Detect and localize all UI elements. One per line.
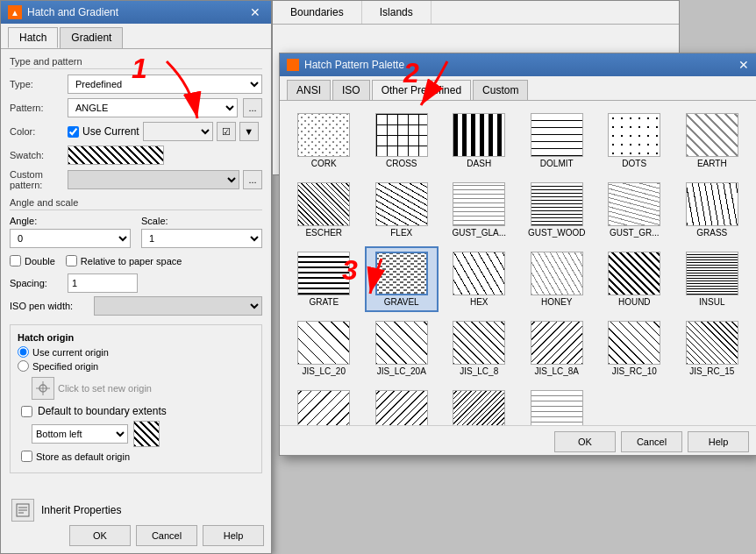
palette-dialog: Hatch Pattern Palette ✕ ANSI ISO Other P… — [279, 53, 756, 456]
pattern-name-cork: CORK — [311, 159, 337, 168]
pattern-item-jis_lc_8a[interactable]: JIS_LC_8A — [520, 316, 595, 381]
pattern-thumb-next2 — [375, 390, 428, 425]
main-help-button[interactable]: Help — [203, 525, 264, 546]
angle-select[interactable]: 0 — [10, 229, 131, 248]
pattern-thumb-hound — [608, 252, 660, 295]
use-current-origin-radio[interactable] — [18, 346, 29, 358]
main-content: Type and pattern Type: Predefined Patter… — [1, 49, 271, 480]
iso-pen-select[interactable] — [94, 296, 262, 316]
pattern-name-dash: DASH — [467, 159, 491, 168]
pattern-item-hound[interactable]: HOUND — [597, 246, 672, 312]
tab-hatch[interactable]: Hatch — [8, 27, 58, 48]
pattern-name-grass: GRASS — [696, 228, 727, 238]
pattern-item-gust_wood[interactable]: GUST_WOOD — [520, 177, 595, 243]
pattern-name-jis_lc_20a: JIS_LC_20A — [377, 366, 426, 376]
color-row: Color: Use Current ☑ ▼ — [10, 122, 262, 141]
pattern-item-jis_rc_10[interactable]: JIS_RC_10 — [597, 316, 672, 381]
click-to-set-label: Click to set new origin — [58, 383, 152, 394]
use-current-color-checkbox[interactable] — [68, 126, 79, 138]
pattern-thumb-jis_lc_8a — [531, 321, 583, 365]
main-ok-button[interactable]: OK — [69, 525, 131, 546]
pattern-item-jis_lc_20a[interactable]: JIS_LC_20A — [365, 316, 439, 381]
pattern-item-gust_gla[interactable]: GUST_GLA... — [442, 177, 517, 243]
pattern-item-dash[interactable]: DASH — [442, 108, 517, 174]
color-select[interactable] — [143, 122, 213, 141]
tab-custom[interactable]: Custom — [473, 80, 528, 100]
use-current-label: Use Current — [82, 125, 139, 138]
type-select[interactable]: Predefined — [68, 75, 262, 94]
default-to-boundary-checkbox[interactable] — [21, 406, 32, 417]
tab-boundaries[interactable]: Boundaries — [273, 1, 362, 24]
palette-help-button[interactable]: Help — [688, 431, 749, 452]
swatch-row: Swatch: — [10, 146, 262, 165]
pattern-name-gust_wood: GUST_WOOD — [528, 228, 586, 238]
pattern-select[interactable]: ANGLE — [68, 98, 238, 117]
pattern-item-hex[interactable]: HEX — [442, 246, 517, 312]
pattern-item-next4[interactable]: JIS_STD_2 — [520, 385, 595, 425]
main-close-button[interactable]: ✕ — [246, 5, 264, 19]
tab-gradient[interactable]: Gradient — [60, 27, 123, 48]
pattern-item-jis_lc_8[interactable]: JIS_LC_8 — [442, 316, 517, 381]
bottom-left-select[interactable]: Bottom left — [32, 424, 128, 444]
inherit-properties-button[interactable] — [11, 499, 34, 522]
main-cancel-button[interactable]: Cancel — [136, 525, 197, 546]
scale-select[interactable]: 1 — [141, 229, 262, 248]
pattern-item-gravel[interactable]: GRAVEL — [365, 246, 439, 312]
palette-close-button[interactable]: ✕ — [738, 58, 749, 72]
specified-origin-radio[interactable] — [18, 360, 29, 372]
tab-ansi[interactable]: ANSI — [287, 80, 331, 100]
pattern-item-escher[interactable]: ESCHER — [287, 177, 361, 243]
custom-pattern-select[interactable] — [68, 170, 239, 189]
palette-grid-area: CORKCROSSDASHDOLMITDOTSEARTHESCHERFLEXGU… — [280, 101, 756, 425]
pattern-name-grate: GRATE — [309, 297, 339, 307]
palette-bottom-bar: OK Cancel Help — [280, 425, 756, 458]
tab-islands[interactable]: Islands — [362, 1, 431, 24]
pattern-item-next2[interactable]: JIS_RC_20 — [365, 385, 439, 425]
angle-label: Angle: — [10, 216, 131, 226]
pattern-item-jis_lc_20[interactable]: JIS_LC_20 — [287, 316, 361, 381]
main-dialog-bottom: Inherit Properties OK Cancel Help — [1, 488, 271, 553]
palette-grid: CORKCROSSDASHDOLMITDOTSEARTHESCHERFLEXGU… — [287, 108, 749, 425]
click-to-set-origin-button[interactable] — [32, 377, 54, 400]
pattern-item-next1[interactable]: JIS_RC_18 — [287, 385, 361, 425]
pattern-item-next3[interactable]: JIS_STD_1 — [442, 385, 517, 425]
tab-other-predefined[interactable]: Other Predefined — [372, 80, 471, 100]
custom-pattern-browse-button[interactable]: ... — [243, 170, 262, 189]
color-more-button[interactable]: ☑ — [217, 122, 236, 141]
angle-scale-section: Angle and scale Angle: 0 Scale: 1 — [10, 197, 262, 316]
palette-ok-button[interactable]: OK — [554, 431, 616, 452]
pattern-item-earth[interactable]: EARTH — [675, 108, 750, 174]
pattern-item-dots[interactable]: DOTS — [597, 108, 672, 174]
relative-label: Relative to paper space — [81, 256, 182, 266]
palette-cancel-button[interactable]: Cancel — [621, 431, 682, 452]
pattern-item-flex[interactable]: FLEX — [365, 177, 439, 243]
pattern-item-jis_rc_15[interactable]: JIS_RC_15 — [675, 316, 750, 381]
pattern-item-gust_gr[interactable]: GUST_GR... — [597, 177, 672, 243]
pattern-item-dolmit[interactable]: DOLMIT — [520, 108, 595, 174]
tab-iso[interactable]: ISO — [332, 80, 370, 100]
pattern-name-insul: INSUL — [699, 297, 724, 307]
color-browse-button[interactable]: ▼ — [239, 122, 259, 141]
pattern-name-escher: ESCHER — [305, 228, 342, 238]
pattern-name-gust_gr: GUST_GR... — [610, 228, 660, 238]
pattern-item-grass[interactable]: GRASS — [675, 177, 750, 243]
pattern-item-insul[interactable]: INSUL — [675, 246, 750, 312]
pattern-browse-button[interactable]: ... — [243, 98, 262, 117]
relative-checkbox[interactable] — [66, 255, 77, 266]
store-default-checkbox[interactable] — [21, 451, 32, 462]
spacing-input[interactable] — [68, 273, 138, 293]
origin-swatch — [133, 421, 160, 447]
palette-app-icon — [287, 59, 299, 71]
pattern-item-grate[interactable]: GRATE — [287, 246, 361, 312]
swatch-preview[interactable] — [68, 146, 164, 165]
pattern-name-jis_lc_20: JIS_LC_20 — [303, 366, 346, 376]
palette-title-bar: Hatch Pattern Palette ✕ — [280, 53, 756, 76]
pattern-name-jis_rc_10: JIS_RC_10 — [612, 366, 657, 376]
type-and-pattern-label: Type and pattern — [10, 56, 262, 69]
pattern-item-honey[interactable]: HONEY — [520, 246, 595, 312]
pattern-item-cross[interactable]: CROSS — [365, 108, 439, 174]
hatch-origin-section: Hatch origin Use current origin Specifie… — [10, 324, 262, 473]
pattern-name-earth: EARTH — [697, 159, 727, 168]
double-checkbox[interactable] — [10, 255, 21, 266]
pattern-item-cork[interactable]: CORK — [287, 108, 361, 174]
